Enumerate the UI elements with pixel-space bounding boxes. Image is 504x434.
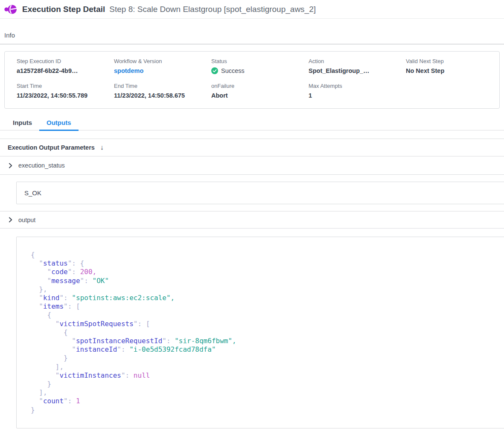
param-row-execution-status[interactable]: execution_status bbox=[0, 156, 504, 175]
field-value: a125728f-6b22-4b9… bbox=[17, 67, 114, 74]
field-value: No Next Step bbox=[406, 67, 503, 74]
field-value: 11/23/2022, 14:50:55.789 bbox=[17, 92, 114, 99]
field-label: Step Execution ID bbox=[17, 58, 114, 64]
field-action: Action Spot_Elastigroup_… bbox=[309, 58, 406, 74]
field-label: onFailure bbox=[211, 83, 309, 89]
tab-outputs[interactable]: Outputs bbox=[39, 116, 79, 131]
field-label: Valid Next Step bbox=[406, 58, 503, 64]
execution-status-value-box: S_OK bbox=[16, 182, 504, 204]
field-value: Abort bbox=[211, 92, 309, 99]
field-end-time: End Time 11/23/2022, 14:50:58.675 bbox=[114, 83, 211, 99]
field-value: 11/23/2022, 14:50:58.675 bbox=[114, 92, 211, 99]
field-label: Action bbox=[309, 58, 406, 64]
field-start-time: Start Time 11/23/2022, 14:50:55.789 bbox=[17, 83, 114, 99]
execution-status-value: S_OK bbox=[24, 189, 41, 197]
field-status: Status Success bbox=[211, 58, 309, 74]
field-workflow-version: Workflow & Version spotdemo bbox=[114, 58, 211, 74]
field-onfailure: onFailure Abort bbox=[211, 83, 309, 99]
execution-output-parameters-bar: Execution Output Parameters ↓ bbox=[0, 139, 504, 156]
success-check-icon bbox=[211, 67, 218, 74]
status-text: Success bbox=[221, 67, 245, 74]
field-valid-next-step: Valid Next Step No Next Step bbox=[406, 58, 503, 74]
field-value: Spot_Elastigroup_… bbox=[309, 67, 406, 74]
step-subtitle: Step 8: Scale Down Elastgroup [spot_elas… bbox=[109, 5, 316, 14]
field-label: Workflow & Version bbox=[114, 58, 211, 64]
tab-bar: Inputs Outputs bbox=[0, 116, 504, 130]
output-json-viewer: { "status": { "code": 200, "message": "O… bbox=[31, 251, 498, 414]
output-json-box: { "status": { "code": 200, "message": "O… bbox=[16, 237, 504, 428]
field-label: End Time bbox=[114, 83, 211, 89]
page-header: Execution Step Detail Step 8: Scale Down… bbox=[0, 0, 504, 19]
chevron-right-icon bbox=[9, 163, 12, 168]
output-parameters-title: Execution Output Parameters bbox=[8, 144, 95, 151]
field-value: 1 bbox=[309, 92, 406, 99]
param-name: execution_status bbox=[18, 162, 65, 169]
tab-inputs[interactable]: Inputs bbox=[6, 116, 39, 131]
param-row-output[interactable]: output bbox=[0, 211, 504, 229]
chevron-right-icon bbox=[9, 217, 12, 223]
arrow-down-icon[interactable]: ↓ bbox=[100, 144, 104, 151]
info-card: Step Execution ID a125728f-6b22-4b9… Wor… bbox=[4, 51, 500, 109]
param-name: output bbox=[18, 217, 35, 223]
page-title: Execution Step Detail bbox=[22, 5, 105, 14]
field-max-attempts: Max Attempts 1 bbox=[309, 83, 406, 99]
spot-logo-icon bbox=[4, 4, 17, 15]
workflow-link[interactable]: spotdemo bbox=[114, 67, 211, 74]
info-section-title: Info bbox=[0, 32, 504, 44]
field-label: Start Time bbox=[17, 83, 114, 89]
field-label: Status bbox=[211, 58, 309, 64]
field-label: Max Attempts bbox=[309, 83, 406, 89]
field-step-execution-id: Step Execution ID a125728f-6b22-4b9… bbox=[17, 58, 114, 74]
